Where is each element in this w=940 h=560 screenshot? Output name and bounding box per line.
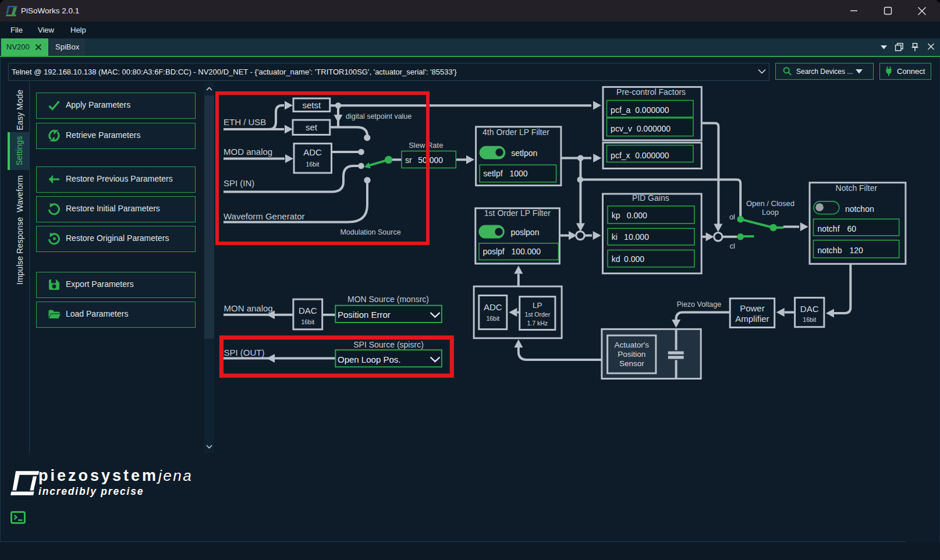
svg-text:Slew Rate: Slew Rate	[409, 141, 443, 150]
svg-text:PID Gains: PID Gains	[632, 193, 669, 203]
svg-text:Sensor: Sensor	[619, 359, 644, 368]
svg-text:16bit: 16bit	[486, 315, 499, 322]
svg-text:setlpf: setlpf	[483, 169, 503, 178]
svg-text:ki: ki	[612, 232, 618, 242]
svg-text:MON analog: MON analog	[224, 303, 273, 313]
svg-text:notchb: notchb	[817, 246, 842, 255]
svg-text:SPI (IN): SPI (IN)	[224, 178, 254, 188]
svg-text:notchon: notchon	[845, 204, 874, 214]
svg-text:Open / Closed: Open / Closed	[746, 199, 794, 208]
svg-text:Position: Position	[618, 350, 645, 359]
svg-text:ADC: ADC	[303, 147, 322, 157]
svg-text:60: 60	[847, 224, 856, 233]
svg-text:Position Error: Position Error	[338, 310, 391, 320]
svg-text:DAC: DAC	[800, 304, 819, 314]
svg-text:120: 120	[849, 246, 863, 255]
svg-text:1st Order LP Filter: 1st Order LP Filter	[484, 208, 551, 218]
svg-text:1st Order: 1st Order	[524, 311, 550, 318]
svg-text:ADC: ADC	[484, 302, 502, 312]
svg-text:0.000: 0.000	[627, 211, 647, 220]
svg-text:sr: sr	[405, 155, 412, 165]
svg-text:ol: ol	[729, 212, 735, 221]
svg-text:0.000000: 0.000000	[635, 151, 669, 160]
svg-text:100.000: 100.000	[512, 247, 541, 256]
svg-text:Notch Filter: Notch Filter	[836, 183, 878, 193]
svg-text:Modulation Source: Modulation Source	[340, 228, 400, 236]
svg-text:Actuator's: Actuator's	[614, 341, 649, 349]
svg-text:notchf: notchf	[817, 224, 839, 233]
svg-text:1.7 kHz: 1.7 kHz	[527, 320, 548, 327]
svg-text:0.000: 0.000	[624, 254, 644, 264]
svg-text:pcf_a: pcf_a	[611, 105, 630, 115]
svg-text:50.000: 50.000	[418, 155, 443, 165]
svg-text:setst: setst	[302, 100, 321, 110]
svg-text:ETH / USB: ETH / USB	[224, 117, 266, 127]
svg-text:16bit: 16bit	[306, 161, 320, 168]
svg-text:pcf_x: pcf_x	[611, 151, 630, 160]
svg-text:Loop: Loop	[762, 208, 779, 217]
svg-text:poslpf: poslpf	[483, 247, 504, 256]
svg-text:poslpon: poslpon	[510, 228, 539, 237]
svg-text:Power: Power	[740, 303, 765, 313]
svg-text:kd: kd	[612, 254, 620, 264]
svg-text:0.000000: 0.000000	[635, 105, 669, 115]
svg-text:cl: cl	[730, 242, 736, 250]
svg-text:Waveform Generator: Waveform Generator	[224, 211, 305, 221]
svg-text:LP: LP	[533, 301, 542, 310]
svg-text:10.000: 10.000	[624, 232, 649, 242]
svg-text:1000: 1000	[510, 169, 528, 178]
svg-text:MON Source (monsrc): MON Source (monsrc)	[347, 295, 429, 304]
svg-text:Amplifier: Amplifier	[735, 314, 769, 324]
svg-text:MOD analog: MOD analog	[224, 147, 272, 157]
svg-text:kp: kp	[612, 211, 620, 220]
svg-text:4th Order LP Filter: 4th Order LP Filter	[483, 127, 549, 137]
svg-text:set: set	[306, 122, 318, 132]
svg-text:digital setpoint value: digital setpoint value	[346, 112, 412, 120]
svg-text:DAC: DAC	[299, 306, 317, 316]
svg-text:16bit: 16bit	[803, 316, 816, 323]
svg-text:0.000000: 0.000000	[637, 124, 671, 133]
svg-text:Pre-control Factors: Pre-control Factors	[616, 87, 686, 97]
svg-text:SPI (OUT): SPI (OUT)	[224, 348, 265, 357]
svg-text:Piezo Voltage: Piezo Voltage	[677, 300, 721, 309]
svg-text:SPI Source (spisrc): SPI Source (spisrc)	[353, 340, 424, 349]
svg-text:pcv_v: pcv_v	[611, 124, 632, 133]
svg-text:16bit: 16bit	[301, 318, 314, 325]
svg-text:Open Loop Pos.: Open Loop Pos.	[338, 355, 400, 364]
svg-text:setlpon: setlpon	[511, 148, 537, 158]
